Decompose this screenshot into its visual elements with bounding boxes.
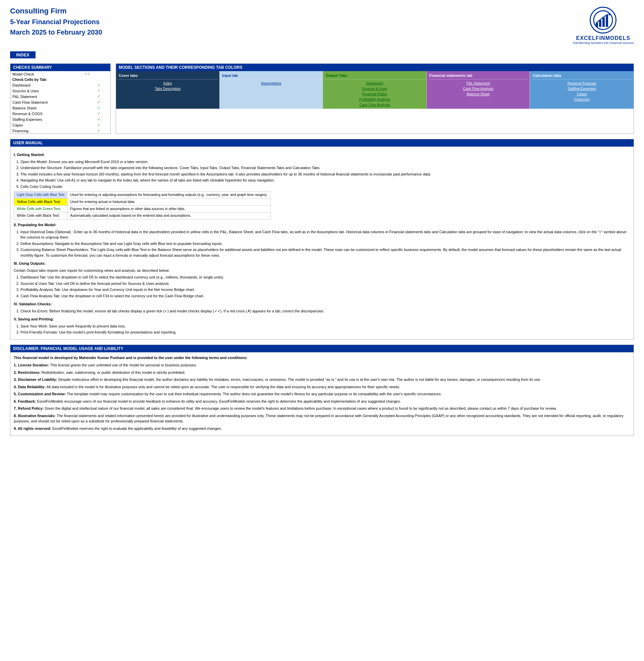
tab-item[interactable]: Sources & Uses [324,86,425,91]
disclaimer-item-0: 1. License Duration: This license grants… [14,362,630,368]
tab-item[interactable]: Financing [531,97,632,102]
um-section-intro-2: Certain Output tabs require user inputs … [14,268,630,273]
color-guide-row-3: White Cells with Black Text:Automaticall… [14,212,271,220]
color-guide-cell-desc: Automatically calculated outputs based o… [67,212,271,220]
tab-item[interactable]: Staffing Expenses [531,86,632,91]
check-item-row: Balance Sheet✓ [10,105,110,111]
checks-summary-header: CHECKS SUMMARY [10,64,110,71]
check-item-row: Financing✓ [10,128,110,134]
um-item-2-3: Cash Flow Analysis Tab: Use the dropdown… [20,293,630,299]
check-item-row: Revenue & COGS✓ [10,111,110,116]
report-title: 5-Year Financial Projections [10,18,102,26]
color-guide-cell-sample: Light Gray Cells with Blue Text [14,191,67,199]
um-item-0-2: The model includes a five-year forecast … [20,172,630,177]
check-item-label: Dashboard [10,82,95,88]
check-item-label: P&L Statement [10,94,95,99]
tab-col-2: Output TabsDashboardSources & UsesFinanc… [323,71,427,109]
color-guide-row-1: Yellow Cells with Black Text:Used for en… [14,198,271,205]
check-item-row: Staffing Expenses✓ [10,116,110,122]
svg-rect-4 [606,15,608,27]
check-item-label: Financing [10,128,95,134]
disclaimer-content: This financial model is developed by Mah… [10,352,634,436]
tab-item[interactable]: P&L Statement [428,81,529,86]
tab-item[interactable]: Capex [531,91,632,97]
user-manual-box: USER MANUAL I. Getting Started:Open the … [10,139,634,340]
check-item-label: Cash Flow Statement [10,99,95,105]
check-item-value: ✓ [95,128,110,134]
tab-item[interactable]: Tabs Description [117,86,218,91]
um-section-heading-4: V. Saving and Printing: [14,316,630,322]
svg-rect-3 [602,18,605,27]
color-guide-cell-desc: Used for entering or adjusting assumptio… [67,191,271,199]
disclaimer-intro: This financial model is developed by Mah… [14,355,630,361]
um-section-heading-1: II. Populating the Model: [14,222,630,228]
check-item-label: Balance Sheet [10,105,95,111]
logo-name: EXCELFINMODELS [573,35,634,41]
tab-item[interactable]: Assumptions [221,81,322,86]
check-item-value: ✓ [95,94,110,99]
check-item-row: Sources & Uses✓ [10,88,110,94]
tab-col-header-3: Financial statements tab [428,72,529,79]
check-item-row: Cash Flow Statement✓ [10,99,110,105]
color-guide-row-0: Light Gray Cells with Blue TextUsed for … [14,191,271,199]
um-section-heading-0: I. Getting Started: [14,152,630,158]
um-item-4-1: Print-Friendly Formats: Use the model's … [20,329,630,335]
color-guide-cell-desc: Used for entering actual or historical d… [67,198,271,205]
logo-icon [593,10,613,30]
logo-circle [590,7,617,33]
svg-rect-2 [599,20,601,27]
disclaimer-item-2: 3. Disclaimer of Liability: Despite meti… [14,377,630,383]
tab-col-header-2: Output Tabs [324,72,425,79]
check-cells-label-row: Check Cells by Tab: [10,77,110,82]
tab-col-header-0: Cover tabs [117,72,218,79]
tabs-grid: Cover tabsIndexTabs DescriptionInput tab… [116,71,634,109]
um-section-heading-3: IV. Validation Checks: [14,301,630,307]
report-period: March 2025 to February 2030 [10,28,102,36]
check-cells-label: Check Cells by Tab: [10,77,110,82]
index-content-row: CHECKS SUMMARY Model Check ✓✓ Check Cell… [10,63,634,134]
disclaimer-item-4: 5. Customization and Review: The templat… [14,391,630,397]
svg-marker-5 [608,14,611,16]
um-item-2-2: Profitability Analysis Tab: Use dropdown… [20,287,630,293]
tab-col-3: Financial statements tabP&L StatementCas… [427,71,530,109]
logo-tagline: Transforming Numbers into Financial Succ… [573,41,634,45]
color-guide-cell-desc: Figures that are linked to assumptions o… [67,205,271,212]
um-item-4-0: Save Your Work: Save your work frequentl… [20,323,630,329]
disclaimer-item-6: 7. Refund Policy: Given the digital and … [14,406,630,411]
tab-col-4: Calculation tabsRevenue ForecastStaffing… [530,71,634,109]
um-item-2-0: Dashboard Tab: Use the dropdown in cell … [20,274,630,280]
checks-items-table: Dashboard✓Sources & Uses✓P&L Statement✓C… [10,82,110,134]
disclaimer-box: DISCLAIMER: FINANCIAL MODEL USAGE AND LI… [10,345,634,436]
tab-item[interactable]: Cash Flow Analysis [428,86,529,91]
check-item-value: ✓ [95,122,110,128]
um-section-heading-2: III. Using Outputs: [14,261,630,267]
check-item-row: Capex✓ [10,122,110,128]
color-legend-table: Light Gray Cells with Blue TextUsed for … [14,191,271,220]
svg-rect-1 [596,23,598,27]
disclaimer-header: DISCLAIMER: FINANCIAL MODEL USAGE AND LI… [10,345,634,352]
tab-item[interactable]: Profitability Analysis [324,97,425,102]
tab-item[interactable]: Cash Flow Analysis [324,102,425,107]
check-item-value: ✓ [95,99,110,105]
check-item-row: P&L Statement✓ [10,94,110,99]
company-name: Consulting Firm [10,7,102,16]
um-item-1-2: Customizing Balance Sheet Placeholders: … [20,247,630,258]
um-item-0-0: Open the Model: Ensure you are using Mic… [20,159,630,165]
model-sections-header: MODEL SECTIONS AND THEIR CORRESPONDING T… [116,64,634,71]
tab-item[interactable]: Dashboard [324,81,425,86]
check-item-value: ✓ [95,116,110,122]
disclaimer-item-3: 4. Data Reliability: All data included i… [14,384,630,390]
color-guide-cell-sample: White Cells with Green Text: [14,205,67,212]
tab-item[interactable]: Balance Sheet [428,91,529,97]
disclaimer-item-7: 8. Illustrative financials: The financia… [14,413,630,424]
check-item-value: ✓ [95,105,110,111]
tab-item[interactable]: Revenue Forecast [531,81,632,86]
user-manual-content: I. Getting Started:Open the Model: Ensur… [10,146,634,339]
tab-item[interactable]: Financial Ratios [324,91,425,97]
disclaimer-item-5: 6. Feedback: ExcelFinModels encourage us… [14,398,630,404]
check-item-value: ✓ [95,82,110,88]
check-item-label: Capex [10,122,95,128]
um-item-1-0: Input Historical Data (Optional) : Enter… [20,229,630,240]
disclaimer-item-8: 9. All rights reserved: ExcelFinModels r… [14,426,630,432]
tab-item[interactable]: Index [117,81,218,86]
